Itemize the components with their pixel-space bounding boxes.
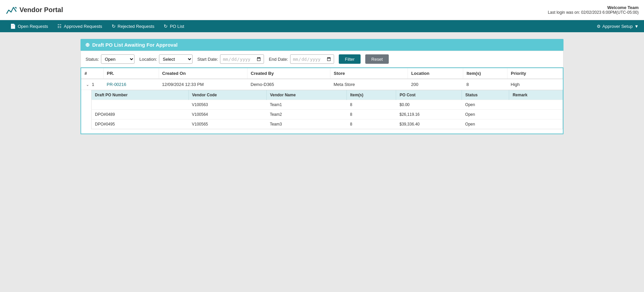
col-items: Item(s) bbox=[463, 68, 507, 79]
location-select[interactable]: Select Meta Store Store 2 Store 3 bbox=[159, 54, 193, 64]
sub-remark-2 bbox=[509, 110, 562, 119]
location-cell: 200 bbox=[408, 79, 463, 90]
sub-table-row: Draft PO Number Vendor Code Vendor Name … bbox=[81, 90, 563, 134]
sub-po-number-1 bbox=[92, 100, 189, 110]
nav-po-list[interactable]: ↻ PO List bbox=[159, 20, 189, 32]
sub-col-remark: Remark bbox=[509, 90, 562, 100]
filter-button[interactable]: Filter bbox=[339, 54, 361, 64]
pr-cell: PR-00216 bbox=[103, 79, 159, 90]
header: Vendor Portal Welcome Team Last login wa… bbox=[0, 0, 644, 20]
grid-icon: ☷ bbox=[57, 23, 62, 29]
sub-vendor-code-1: V100563 bbox=[189, 100, 266, 110]
sub-po-cost-2: $26,119.16 bbox=[396, 110, 462, 119]
col-priority: Priority bbox=[507, 68, 563, 79]
logo-area: Vendor Portal bbox=[5, 4, 63, 16]
end-date-group: End Date: bbox=[269, 54, 334, 64]
logo-icon bbox=[5, 4, 17, 16]
pr-link[interactable]: PR-00216 bbox=[107, 82, 126, 87]
table-header-row: # PR. Created On Created By Store Locati… bbox=[81, 68, 563, 79]
start-date-input[interactable] bbox=[220, 54, 264, 64]
end-date-label: End Date: bbox=[269, 57, 288, 62]
sub-col-status: Status bbox=[462, 90, 509, 100]
created-by-cell: Demo-D365 bbox=[247, 79, 330, 90]
sub-remark-3 bbox=[509, 119, 562, 129]
location-label: Location: bbox=[139, 57, 157, 62]
sub-col-vendor-code: Vendor Code bbox=[189, 90, 266, 100]
priority-cell: High bbox=[507, 79, 563, 90]
sub-status-1: Open bbox=[462, 100, 509, 110]
sub-vendor-name-1: Team1 bbox=[266, 100, 346, 110]
col-created-on: Created On bbox=[159, 68, 247, 79]
page-header: ⊕ Draft PO List Awaiting For Approval bbox=[80, 39, 564, 51]
sub-items-2: 8 bbox=[346, 110, 396, 119]
sub-po-cost-3: $39,336.40 bbox=[396, 119, 462, 129]
sub-table: Draft PO Number Vendor Code Vendor Name … bbox=[91, 90, 563, 129]
col-hash: # bbox=[81, 68, 103, 79]
end-date-input[interactable] bbox=[290, 54, 334, 64]
refresh-icon: ↻ bbox=[112, 23, 116, 29]
sub-status-2: Open bbox=[462, 110, 509, 119]
nav-items: 📄 Open Requests ☷ Approved Requests ↻ Re… bbox=[5, 20, 189, 32]
start-date-label: Start Date: bbox=[197, 57, 218, 62]
sub-vendor-code-2: V100564 bbox=[189, 110, 266, 119]
sub-vendor-name-3: Team3 bbox=[266, 119, 346, 129]
sub-col-items: Item(s) bbox=[346, 90, 396, 100]
approver-setup-menu[interactable]: ⚙ Approver Setup ▼ bbox=[597, 24, 639, 29]
sub-vendor-name-2: Team2 bbox=[266, 110, 346, 119]
row-number: 1 bbox=[92, 82, 94, 87]
sub-header-row: Draft PO Number Vendor Code Vendor Name … bbox=[92, 90, 563, 100]
sub-status-3: Open bbox=[462, 119, 509, 129]
sub-po-number-2: DPO#0489 bbox=[92, 110, 189, 119]
sub-table-row-3: DPO#0495 V100565 Team3 8 $39,336.40 Open bbox=[92, 119, 563, 129]
created-on-cell: 12/09/2024 12:33 PM bbox=[159, 79, 247, 90]
table-row: ⌄ 1 PR-00216 12/09/2024 12:33 PM Demo-D3… bbox=[81, 79, 563, 90]
nav-approved-requests[interactable]: ☷ Approved Requests bbox=[53, 20, 107, 32]
status-filter-group: Status: Open Closed All bbox=[86, 54, 135, 64]
sub-po-cost-1: $0.00 bbox=[396, 100, 462, 110]
col-location: Location bbox=[408, 68, 463, 79]
status-select[interactable]: Open Closed All bbox=[101, 54, 135, 64]
chevron-down-icon: ▼ bbox=[634, 24, 639, 29]
nav-open-requests[interactable]: 📄 Open Requests bbox=[5, 20, 53, 32]
sub-table-row-2: DPO#0489 V100564 Team2 8 $26,119.16 Open bbox=[92, 110, 563, 119]
expand-cell: ⌄ 1 bbox=[81, 79, 103, 90]
expand-button[interactable]: ⌄ bbox=[85, 82, 91, 87]
navbar: 📄 Open Requests ☷ Approved Requests ↻ Re… bbox=[0, 20, 644, 32]
welcome-name: Welcome Team bbox=[548, 5, 639, 10]
sub-vendor-code-3: V100565 bbox=[189, 119, 266, 129]
sub-table-row-1: V100563 Team1 8 $0.00 Open bbox=[92, 100, 563, 110]
sub-col-po-cost: PO Cost bbox=[396, 90, 462, 100]
sub-remark-1 bbox=[509, 100, 562, 110]
col-store: Store bbox=[330, 68, 408, 79]
logo-text: Vendor Portal bbox=[19, 6, 63, 14]
welcome-area: Welcome Team Last login was on: 02/02/20… bbox=[548, 5, 639, 15]
col-pr: PR. bbox=[103, 68, 159, 79]
nav-rejected-requests[interactable]: ↻ Rejected Requests bbox=[107, 20, 159, 32]
reset-button[interactable]: Reset bbox=[365, 54, 389, 64]
document-icon: 📄 bbox=[10, 23, 16, 29]
main-content: ⊕ Draft PO List Awaiting For Approval St… bbox=[0, 32, 644, 141]
main-table: # PR. Created On Created By Store Locati… bbox=[81, 68, 563, 134]
location-filter-group: Location: Select Meta Store Store 2 Stor… bbox=[139, 54, 193, 64]
last-login-text: Last login was on: 02/02/2023 6:00PM(UTC… bbox=[548, 10, 639, 15]
filter-bar: Status: Open Closed All Location: Select… bbox=[80, 51, 564, 67]
circle-plus-icon: ⊕ bbox=[85, 42, 90, 48]
list-icon: ↻ bbox=[164, 23, 168, 29]
gear-icon: ⚙ bbox=[597, 24, 601, 29]
items-cell: 8 bbox=[463, 79, 507, 90]
status-label: Status: bbox=[86, 57, 99, 62]
store-cell: Meta Store bbox=[330, 79, 408, 90]
page-title: Draft PO List Awaiting For Approval bbox=[92, 42, 177, 48]
start-date-group: Start Date: bbox=[197, 54, 264, 64]
sub-po-number-3: DPO#0495 bbox=[92, 119, 189, 129]
col-created-by: Created By bbox=[247, 68, 330, 79]
table-container: # PR. Created On Created By Store Locati… bbox=[80, 67, 564, 134]
sub-items-3: 8 bbox=[346, 119, 396, 129]
sub-items-1: 8 bbox=[346, 100, 396, 110]
sub-col-vendor-name: Vendor Name bbox=[266, 90, 346, 100]
sub-col-po-number: Draft PO Number bbox=[92, 90, 189, 100]
